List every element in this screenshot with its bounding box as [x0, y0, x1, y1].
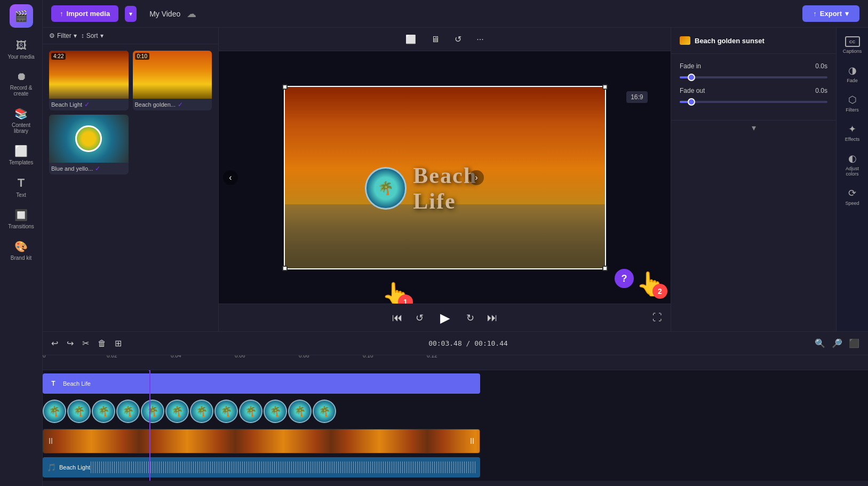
- clip-title: Beach golden sunset: [695, 37, 765, 45]
- right-panel: Beach golden sunset Fade in 0.0s Fade ou…: [671, 28, 836, 331]
- import-dropdown-button[interactable]: ▾: [125, 6, 137, 22]
- next-arrow-button[interactable]: ›: [469, 170, 484, 185]
- captions-button[interactable]: CC Captions: [838, 32, 867, 58]
- media-item-beach-golden[interactable]: 0:10 Beach golden... ✓: [133, 51, 212, 110]
- fade-out-slider[interactable]: [680, 101, 827, 103]
- sidebar-item-transitions[interactable]: 🔲 Transitions: [2, 204, 41, 234]
- fade-in-thumb[interactable]: [688, 74, 695, 81]
- ruler-mark-0: 0: [43, 355, 46, 358]
- import-media-button[interactable]: ↑ Import media: [51, 5, 118, 22]
- ruler-mark-6s: 0:06: [235, 355, 245, 358]
- adjust-colors-label: Adjust colors: [840, 166, 865, 177]
- handle-bottom-left[interactable]: [282, 266, 288, 271]
- playhead[interactable]: [149, 370, 150, 481]
- topbar: ↑ Import media ▾ My Video ☁ ↑ Export ▾: [43, 0, 868, 28]
- badge-2: 2: [652, 284, 667, 299]
- handle-top-right[interactable]: [602, 84, 608, 90]
- sidebar-item-content-library[interactable]: 📚 Content library: [2, 103, 41, 138]
- sidebar-item-record-create[interactable]: ⏺ Record &create: [2, 66, 41, 101]
- aspect-ratio-value: 16:9: [631, 93, 643, 101]
- text-track-clip[interactable]: T Beach Life: [43, 373, 480, 394]
- media-label-blue-yellow: Blue and yello...: [51, 165, 93, 172]
- sidebar-label-brand-kit: Brand kit: [11, 255, 31, 261]
- fullscreen-button[interactable]: ⛶: [652, 312, 662, 323]
- media-item-blue-yellow[interactable]: Blue and yello... ✓: [49, 115, 129, 174]
- rewind-button[interactable]: ↺: [413, 310, 426, 326]
- add-to-timeline-button[interactable]: ⊞: [113, 337, 124, 349]
- skip-back-button[interactable]: ⏮: [390, 309, 405, 326]
- fade-button[interactable]: ◑ Fade: [838, 60, 867, 87]
- beach-title-text: Beach Life: [413, 163, 524, 214]
- play-button[interactable]: ▶: [434, 307, 456, 329]
- sort-button[interactable]: ↕ Sort ▾: [81, 32, 103, 39]
- sidebar-item-brand-kit[interactable]: 🎨 Brand kit: [2, 236, 41, 265]
- skip-forward-button[interactable]: ⏭: [485, 309, 500, 326]
- filters-icon: ⬡: [848, 94, 857, 106]
- undo-button[interactable]: ↩: [49, 337, 60, 349]
- forward-button[interactable]: ↻: [464, 310, 476, 326]
- effects-button[interactable]: ✦ Effects: [838, 119, 867, 146]
- speed-button[interactable]: ⟳ Speed: [838, 183, 867, 210]
- filter-label: Filter: [57, 32, 71, 39]
- fade-in-slider[interactable]: [680, 76, 827, 78]
- sidebar-item-templates[interactable]: ⬜ Templates: [2, 140, 41, 170]
- media-item-beach-light[interactable]: 4:22 Beach Light ✓: [49, 51, 129, 110]
- filters-label: Filters: [846, 107, 859, 113]
- preview-video[interactable]: 16:9 🌴 Beach Life: [284, 86, 606, 269]
- redo-button[interactable]: ↪: [65, 337, 76, 349]
- zoom-in-button[interactable]: 🔎: [830, 337, 845, 349]
- sidebar-label-your-media: Your media: [7, 54, 34, 60]
- ruler-mark-8s: 0:08: [299, 355, 309, 358]
- filter-chevron-icon: ▾: [74, 32, 77, 39]
- logo-icon: 🎬: [14, 10, 28, 22]
- clip-color-swatch: [680, 36, 690, 45]
- sort-icon: ↕: [81, 32, 84, 39]
- sidebar-item-text[interactable]: T Text: [2, 172, 41, 202]
- filters-button[interactable]: ⬡ Filters: [838, 90, 867, 117]
- middle-section: ⚙ Filter ▾ ↕ Sort ▾ 4:22: [43, 28, 868, 331]
- crop-tool-button[interactable]: ⬜: [401, 32, 420, 46]
- left-sidebar: 🎬 🖼 Your media ⏺ Record &create 📚 Conten…: [0, 0, 43, 486]
- fade-in-row: Fade in 0.0s: [680, 62, 827, 70]
- handle-bottom-right[interactable]: [602, 266, 608, 271]
- export-button[interactable]: ↑ Export ▾: [802, 5, 859, 22]
- fade-out-thumb[interactable]: [688, 98, 695, 106]
- sidebar-item-your-media[interactable]: 🖼 Your media: [2, 35, 41, 64]
- app-logo: 🎬: [10, 4, 33, 28]
- effects-label: Effects: [845, 137, 859, 142]
- filter-button[interactable]: ⚙ Filter ▾: [49, 32, 77, 39]
- more-tools-button[interactable]: ···: [472, 33, 488, 46]
- adjust-colors-button[interactable]: ◐ Adjust colors: [838, 148, 867, 181]
- screen-tool-button[interactable]: 🖥: [427, 33, 444, 46]
- export-up-icon: ↑: [813, 10, 817, 18]
- timeline-toolbar: ↩ ↪ ✂ 🗑 ⊞ 00:03.48 / 00:10.44 🔍 🔎 ⬛: [43, 332, 868, 355]
- fit-timeline-button[interactable]: ⬛: [847, 337, 862, 349]
- timeline-scrollbar[interactable]: [43, 481, 868, 486]
- music-icon: 🎵: [47, 463, 56, 472]
- sticker-5: 🌴: [141, 400, 164, 423]
- sticker-7: 🌴: [190, 400, 213, 423]
- cursor-hand-1-area: 👆 1: [381, 281, 411, 304]
- fade-in-label: Fade in: [680, 62, 701, 70]
- cut-button[interactable]: ✂: [80, 337, 91, 349]
- timeline-content: 0 0:02 0:04 0:06 0:08 0:10 0:12: [43, 355, 868, 486]
- fade-section: Fade in 0.0s Fade out 0.0s: [671, 54, 836, 121]
- rotate-tool-button[interactable]: ↺: [450, 32, 466, 46]
- captions-icon: CC: [845, 36, 860, 47]
- sort-label: Sort: [86, 32, 98, 39]
- right-icons-bar: CC Captions ◑ Fade ⬡ Filters ✦ Effects ◐…: [836, 28, 868, 331]
- stickers-track[interactable]: 🌴 🌴 🌴 🌴 🌴 🌴 🌴 🌴 🌴 🌴 🌴 🌴: [43, 396, 480, 426]
- collapse-button[interactable]: ▾: [671, 121, 836, 135]
- question-mark-badge: ?: [615, 269, 634, 288]
- zoom-out-button[interactable]: 🔍: [813, 337, 827, 349]
- ruler-mark-2s: 0:02: [107, 355, 117, 358]
- video-track-clip[interactable]: ⏸ ⏸: [43, 429, 480, 453]
- sticker-12: 🌴: [313, 400, 336, 423]
- handle-top-left[interactable]: [282, 84, 288, 90]
- delete-button[interactable]: 🗑: [95, 338, 108, 349]
- speed-label: Speed: [845, 201, 859, 206]
- preview-container: 16:9 🌴 Beach Life: [219, 51, 671, 304]
- audio-track-clip[interactable]: 🎵 Beach Light: [43, 457, 480, 477]
- prev-arrow-button[interactable]: ‹: [223, 170, 238, 185]
- right-panel-header: Beach golden sunset: [671, 28, 836, 54]
